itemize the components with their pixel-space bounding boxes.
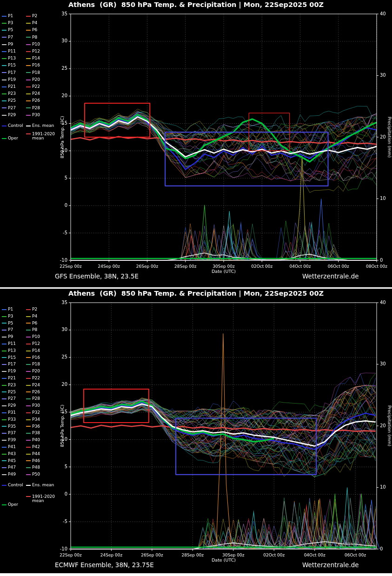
legend-member: P4 <box>26 21 37 25</box>
site-credit: Wetterzentrale.de <box>302 561 359 569</box>
legend-label: P2 <box>32 307 37 311</box>
legend-label: P32 <box>32 410 40 415</box>
legend-member: P22 <box>26 376 40 380</box>
legend-line-swatch <box>2 58 7 59</box>
legend-line-swatch <box>26 344 31 344</box>
legend-label: P25 <box>8 390 16 394</box>
legend-line-swatch <box>2 138 7 139</box>
legend-member: P24 <box>26 383 40 387</box>
legend-label: P27 <box>8 106 16 110</box>
legend-label: P9 <box>8 42 13 46</box>
legend-line-swatch <box>2 474 7 475</box>
legend-member: P30 <box>26 404 40 408</box>
legend-member: P49 <box>2 472 16 477</box>
legend-label: P30 <box>32 404 40 408</box>
legend-label: P13 <box>8 349 16 353</box>
legend-label: P5 <box>8 321 13 325</box>
legend-member: P27 <box>2 397 16 401</box>
site-credit: Wetterzentrale.de <box>302 272 359 280</box>
legend-label: P20 <box>32 369 40 373</box>
legend-member: P48 <box>26 465 40 470</box>
legend-label: Ens. mean <box>32 124 54 128</box>
legend-line-swatch <box>26 419 31 420</box>
legend-label: P9 <box>8 335 13 339</box>
legend-member: P26 <box>26 390 40 394</box>
legend-label: P6 <box>32 321 37 325</box>
legend-line-swatch <box>26 391 31 392</box>
legend-label: P50 <box>32 472 40 477</box>
legend-line-swatch <box>26 398 31 399</box>
legend-line-swatch <box>2 79 7 80</box>
legend-line-swatch <box>26 51 31 52</box>
legend-member: P17 <box>2 362 16 366</box>
legend-member: P21 <box>2 85 16 89</box>
legend-line-swatch <box>26 100 31 101</box>
legend-member: P8 <box>26 35 37 40</box>
legend-line-swatch <box>2 485 7 486</box>
legend-label: P19 <box>8 78 16 82</box>
legend-member: P5 <box>2 321 13 325</box>
legend-label: P36 <box>32 424 40 429</box>
legend-label: P3 <box>8 21 13 25</box>
legend-control: Control <box>2 483 23 487</box>
legend-line-swatch <box>26 330 31 331</box>
legend-label: P23 <box>8 92 16 96</box>
legend-line-swatch <box>26 447 31 448</box>
legend-member: P9 <box>2 335 13 339</box>
legend-label: P40 <box>32 438 40 442</box>
legend-member: P1 <box>2 14 13 18</box>
legend-line-swatch <box>2 371 7 372</box>
legend-line-swatch <box>26 385 31 386</box>
legend-label: P15 <box>8 63 16 67</box>
legend-member: P12 <box>26 49 40 53</box>
legend-member: P28 <box>26 106 40 110</box>
legend-line-swatch <box>26 460 31 461</box>
legend-oper: Oper <box>2 503 18 507</box>
legend-line-swatch <box>2 467 7 468</box>
legend-line-swatch <box>2 433 7 434</box>
legend-line-swatch <box>26 23 31 24</box>
legend-label: P22 <box>32 376 40 380</box>
legend-member: P29 <box>2 404 16 408</box>
legend-line-swatch <box>2 86 7 87</box>
legend-label: 1991-2020 mean <box>32 132 56 141</box>
legend-member: P26 <box>26 99 40 103</box>
legend-label: P11 <box>8 49 16 53</box>
legend-line-swatch <box>2 419 7 420</box>
legend-label: P39 <box>8 438 16 442</box>
legend-member: P36 <box>26 424 40 429</box>
legend-member: P10 <box>26 335 40 339</box>
legend-label: P7 <box>8 35 13 40</box>
legend-member: P34 <box>26 417 40 422</box>
legend-label: P44 <box>32 452 40 456</box>
legend-member: P19 <box>2 369 16 373</box>
legend-line-swatch <box>26 467 31 468</box>
legend-line-swatch <box>2 37 7 38</box>
legend-member: P11 <box>2 49 16 53</box>
legend-label: P12 <box>32 49 40 53</box>
legend-member: P46 <box>26 459 40 463</box>
legend-member: P6 <box>26 321 37 325</box>
legend-member: P11 <box>2 342 16 346</box>
legend-line-swatch <box>2 447 7 448</box>
legend-label: P14 <box>32 349 40 353</box>
legend-line-swatch <box>26 58 31 59</box>
legend-line-swatch <box>26 126 31 126</box>
legend-label: P46 <box>32 459 40 463</box>
legend-label: P28 <box>32 106 40 110</box>
legend-label: P2 <box>32 14 37 18</box>
legend-climate-mean: 1991-2020 mean <box>26 132 56 141</box>
legend-label: P33 <box>8 417 16 422</box>
legend-member: P22 <box>26 85 40 89</box>
legend-label: P49 <box>8 472 16 477</box>
legend-climate-mean: 1991-2020 mean <box>26 495 56 503</box>
legend-line-swatch <box>26 86 31 87</box>
legend-label: P4 <box>32 21 37 25</box>
legend-member: P19 <box>2 78 16 82</box>
legend-line-swatch <box>2 316 7 317</box>
legend-oper: Oper <box>2 136 18 140</box>
legend-line-swatch <box>2 93 7 94</box>
legend-label: P24 <box>32 383 40 387</box>
legend-line-swatch <box>2 440 7 441</box>
legend-member: P15 <box>2 356 16 360</box>
